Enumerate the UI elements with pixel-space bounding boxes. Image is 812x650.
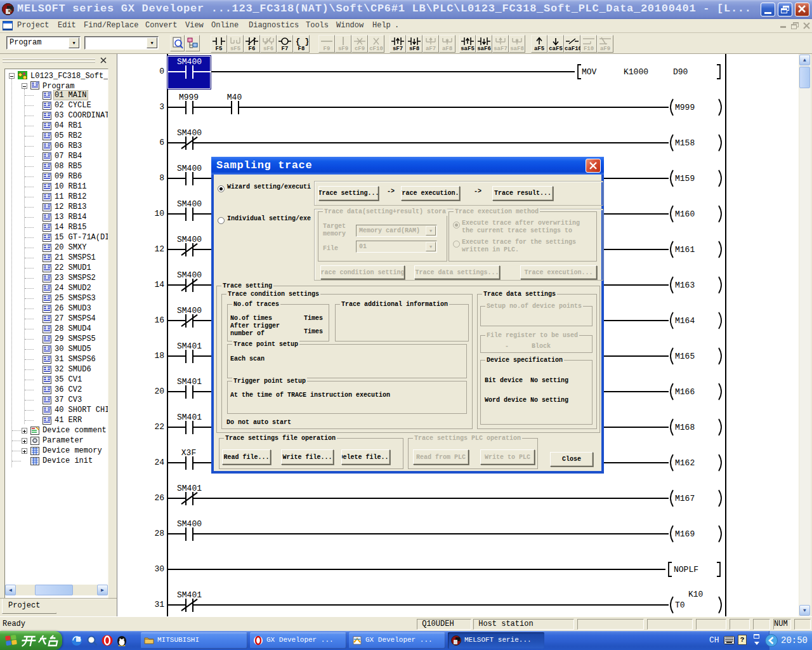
svg-text:{ }: { } <box>296 37 308 46</box>
